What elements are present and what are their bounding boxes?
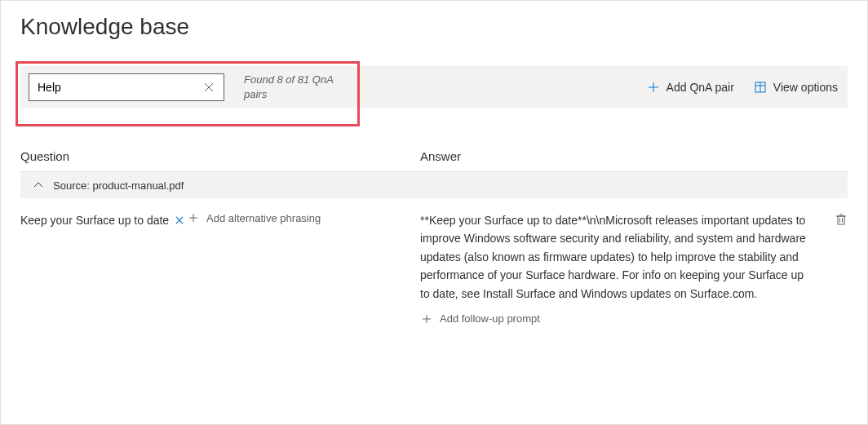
add-qna-label: Add QnA pair	[666, 81, 734, 94]
add-phrasing-button[interactable]: Add alternative phrasing	[187, 211, 321, 224]
close-icon	[202, 81, 215, 94]
column-header-answer: Answer	[420, 149, 848, 163]
plus-icon	[647, 81, 660, 94]
add-qna-button[interactable]: Add QnA pair	[637, 66, 744, 108]
question-column: Keep your Surface up to date Add alterna…	[20, 211, 420, 328]
search-results-count: Found 8 of 81 QnA pairs	[244, 73, 358, 102]
remove-question-button[interactable]	[175, 214, 184, 227]
svg-rect-11	[838, 216, 844, 224]
source-label: Source: product-manual.pdf	[53, 179, 184, 192]
column-header-question: Question	[20, 149, 420, 163]
toolbar: Found 8 of 81 QnA pairs Add QnA pair Vie…	[20, 66, 848, 108]
source-row[interactable]: Source: product-manual.pdf	[20, 172, 848, 198]
answer-text[interactable]: **Keep your Surface up to date**\n\nMicr…	[420, 211, 815, 303]
view-options-icon	[754, 81, 767, 94]
page-title: Knowledge base	[1, 1, 867, 46]
qna-row: Keep your Surface up to date Add alterna…	[20, 211, 848, 328]
answer-column: **Keep your Surface up to date**\n\nMicr…	[420, 211, 848, 328]
question-text: Keep your Surface up to date	[20, 214, 169, 227]
view-options-label: View options	[773, 81, 838, 94]
question-chip[interactable]: Keep your Surface up to date	[20, 214, 184, 227]
clear-search-button[interactable]	[199, 77, 219, 97]
view-options-button[interactable]: View options	[744, 66, 848, 108]
add-phrasing-label: Add alternative phrasing	[206, 212, 321, 224]
search-input[interactable]	[38, 81, 199, 94]
search-box[interactable]	[29, 73, 224, 101]
plus-icon	[420, 312, 433, 325]
plus-icon	[187, 211, 200, 224]
add-followup-button[interactable]: Add follow-up prompt	[420, 312, 540, 325]
column-headers: Question Answer	[20, 149, 848, 172]
add-followup-label: Add follow-up prompt	[440, 312, 540, 325]
chevron-up-icon	[32, 179, 45, 192]
delete-button[interactable]	[835, 213, 848, 226]
